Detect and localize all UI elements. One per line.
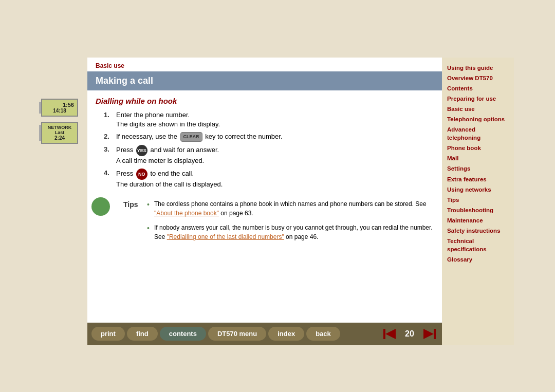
sidebar-item-telephoning-options[interactable]: Telephoning options (447, 115, 509, 123)
print-button[interactable]: print (91, 327, 125, 341)
tip-1: The cordless phone contains a phone book… (147, 199, 434, 218)
outer-wrapper: 1:56 14:18 NETWORK Last 2:24 (0, 0, 555, 392)
display2-duration: 2:24 (54, 135, 65, 141)
prev-page-arrow[interactable] (381, 327, 398, 341)
tips-list: The cordless phone contains a phone book… (147, 199, 434, 241)
step-3: 3. Press YES and wait for an answer.A ca… (106, 145, 434, 165)
next-page-arrow[interactable] (421, 327, 438, 341)
sidebar-item-contents[interactable]: Contents (447, 84, 509, 92)
content-with-sidebar: Basic use Making a call Dialling while o… (87, 58, 514, 345)
tips-section: Tips The cordless phone contains a phone… (96, 195, 434, 247)
clear-key-badge: CLEAR (180, 132, 202, 142)
section-title: Dialling while on hook (96, 97, 434, 105)
display1-sub: 14:18 (53, 108, 66, 114)
sidebar-item-glossary[interactable]: Glossary (447, 255, 509, 264)
sidebar-item-using-this-guide[interactable]: Using this guide (447, 64, 509, 72)
sidebar-item-troubleshooting[interactable]: Troubleshooting (447, 206, 509, 214)
sidebar-item-technical-specifications[interactable]: Technical specifications (447, 237, 509, 253)
sidebar-item-settings[interactable]: Settings (447, 164, 509, 173)
svg-marker-0 (385, 329, 396, 339)
step-2: 2. If necessary, use the CLEAR key to co… (106, 132, 434, 142)
breadcrumb: Basic use (96, 62, 124, 69)
contents-button[interactable]: contents (160, 327, 206, 341)
sidebar-item-mail[interactable]: Mail (447, 154, 509, 162)
right-sidebar: Using this guide Overview DT570 Contents… (442, 58, 514, 345)
find-button[interactable]: find (127, 327, 158, 341)
tips-label: Tips (120, 199, 141, 209)
step-4: 4. Press NO to end the call.The duration… (106, 169, 434, 189)
tip-2: If nobody answers your call, the number … (147, 223, 434, 241)
sidebar-item-safety-instructions[interactable]: Safety instructions (447, 227, 509, 235)
back-button[interactable]: back (306, 327, 340, 341)
tips-content: The cordless phone contains a phone book… (147, 199, 434, 247)
main-container: 1:56 14:18 NETWORK Last 2:24 (41, 58, 514, 345)
sidebar-item-phone-book[interactable]: Phone book (447, 144, 509, 152)
toolbar-right: 20 (381, 327, 438, 341)
bottom-toolbar: print find contents DT570 menu index bac… (87, 323, 442, 345)
index-button[interactable]: index (268, 327, 304, 341)
display2-last: Last (55, 130, 65, 135)
dt570menu-button[interactable]: DT570 menu (208, 327, 266, 341)
left-panel: 1:56 14:18 NETWORK Last 2:24 (41, 58, 87, 345)
display1-time: 1:56 (63, 102, 74, 108)
display2-network: NETWORK (48, 125, 72, 130)
svg-rect-3 (434, 329, 436, 339)
main-content-wrapper: Basic use Making a call Dialling while o… (87, 58, 442, 345)
tips-circle-icon (91, 197, 110, 216)
toolbar-left: print find contents DT570 menu index bac… (91, 327, 340, 341)
breadcrumb-bar: Basic use (87, 58, 442, 71)
sidebar-item-using-networks[interactable]: Using networks (447, 185, 509, 194)
no-key-badge: NO (136, 169, 147, 180)
svg-rect-1 (383, 329, 385, 339)
sidebar-item-basic-use[interactable]: Basic use (447, 105, 509, 113)
phone-display-1: 1:56 14:18 (41, 99, 78, 117)
sidebar-item-extra-features[interactable]: Extra features (447, 175, 509, 183)
sidebar-item-maintenance[interactable]: Maintenance (447, 216, 509, 225)
content-area: Basic use Making a call Dialling while o… (87, 58, 442, 345)
sidebar-item-preparing-for-use[interactable]: Preparing for use (447, 95, 509, 103)
tip2-link[interactable]: "Redialling one of the last dialled numb… (167, 233, 284, 240)
tip1-link[interactable]: "About the phone book" (154, 210, 219, 217)
yes-key-badge: YES (136, 145, 147, 156)
phone-display-2: NETWORK Last 2:24 (41, 122, 78, 144)
page-number: 20 (402, 329, 417, 339)
content-body: Dialling while on hook 1. Enter the phon… (87, 90, 442, 323)
sidebar-item-advanced-telephoning[interactable]: Advanced telephoning (447, 125, 509, 142)
sidebar-item-tips[interactable]: Tips (447, 196, 509, 204)
svg-marker-2 (423, 329, 434, 339)
sidebar-item-overview-dt570[interactable]: Overview DT570 (447, 74, 509, 82)
step-1: 1. Enter the phone number.The digits are… (106, 110, 434, 129)
page-title: Making a call (96, 76, 153, 86)
page-title-bar: Making a call (87, 71, 442, 90)
steps-list: 1. Enter the phone number.The digits are… (96, 110, 434, 190)
